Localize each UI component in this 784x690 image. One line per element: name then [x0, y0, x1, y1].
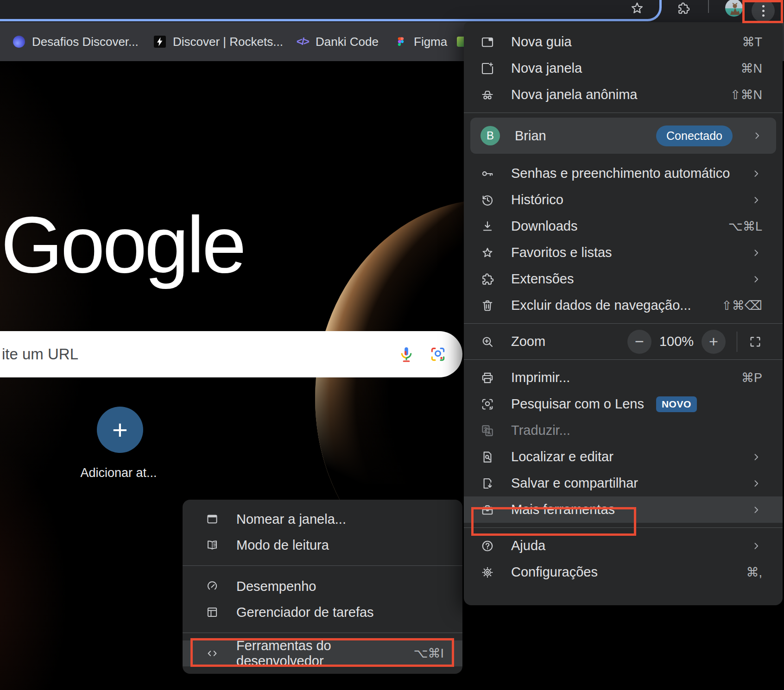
- menu-item-zoom: Zoom − 100% +: [464, 328, 783, 355]
- chevron-right-icon: [750, 194, 762, 206]
- menu-item-desempenho[interactable]: Desempenho: [183, 573, 462, 599]
- printer-icon: [481, 371, 494, 385]
- highlight-box-kebab: [742, 0, 783, 23]
- omnibox-focus-ring-corner: [636, 0, 662, 21]
- menu-item-ajuda[interactable]: Ajuda: [464, 533, 783, 559]
- bookmark-item[interactable]: Desafios Discover...: [13, 22, 139, 61]
- menu-item-shortcut: ⌘P: [741, 370, 762, 385]
- menu-item-label: Traduzir...: [511, 423, 570, 438]
- translate-icon: [481, 424, 494, 438]
- chevron-right-icon: [750, 504, 762, 516]
- figma-favicon: [395, 36, 407, 48]
- extensions-icon: [481, 272, 494, 286]
- zoom-icon: [481, 335, 494, 349]
- menu-item-label: Extensões: [511, 271, 574, 287]
- menu-item-label: Pesquisar com o Lens: [511, 396, 644, 412]
- menu-item-extensoes[interactable]: Extensões: [464, 266, 783, 292]
- add-shortcut-button[interactable]: +: [97, 407, 143, 453]
- menu-item-gerenciador-tarefas[interactable]: Gerenciador de tarefas: [183, 599, 462, 625]
- bookmark-label: Discover | Rockets...: [173, 35, 283, 49]
- menu-separator: [464, 323, 783, 324]
- lens-icon: [481, 397, 494, 411]
- menu-item-label: Salvar e compartilhar: [511, 476, 638, 491]
- menu-item-label: Nova janela anônima: [511, 87, 637, 102]
- menu-item-label: Zoom: [511, 334, 545, 349]
- history-icon: [481, 193, 494, 207]
- chevron-right-icon: [750, 247, 762, 259]
- menu-item-senhas[interactable]: Senhas e preenchimento automático: [464, 160, 783, 187]
- menu-item-label: Imprimir...: [511, 370, 570, 385]
- bookmark-item[interactable]: </> Danki Code: [297, 22, 379, 61]
- chevron-right-icon: [750, 540, 762, 552]
- toolbar-divider: [708, 0, 709, 13]
- new-tab-icon: [481, 35, 494, 49]
- menu-item-label: Desempenho: [236, 579, 316, 594]
- bookmark-item[interactable]: Figma: [395, 22, 447, 61]
- menu-item-pesquisar-lens[interactable]: Pesquisar com o Lens NOVO: [464, 391, 783, 417]
- plus-icon: +: [112, 416, 128, 443]
- download-icon: [481, 220, 494, 233]
- search-placeholder: ite um URL: [2, 345, 78, 363]
- incognito-icon: [481, 88, 494, 102]
- menu-item-salvar[interactable]: Salvar e compartilhar: [464, 470, 783, 496]
- menu-item-shortcut: ⌥⌘L: [728, 219, 762, 234]
- gear-icon: [481, 565, 494, 579]
- reading-mode-icon: [206, 539, 219, 552]
- performance-icon: [206, 580, 219, 593]
- find-in-page-icon: [481, 450, 494, 464]
- menu-item-label: Gerenciador de tarefas: [236, 605, 374, 620]
- menu-item-localizar[interactable]: Localizar e editar: [464, 444, 783, 470]
- menu-separator: [464, 359, 783, 360]
- highlight-box-mais-ferramentas: [471, 507, 636, 536]
- bookmark-item[interactable]: Discover | Rockets...: [154, 22, 283, 61]
- menu-item-label: Nomear a janela...: [236, 512, 346, 527]
- chrome-main-menu: Nova guia ⌘T Nova janela ⌘N Nova janela …: [464, 22, 783, 605]
- profile-avatar[interactable]: [725, 0, 743, 17]
- fullscreen-icon[interactable]: [748, 335, 762, 349]
- search-input[interactable]: ite um URL: [0, 331, 462, 377]
- zoom-out-button[interactable]: −: [627, 330, 651, 354]
- connected-badge: Conectado: [656, 125, 733, 146]
- menu-item-label: Downloads: [511, 219, 577, 234]
- extensions-puzzle-icon[interactable]: [677, 1, 690, 15]
- bookmark-label: Desafios Discover...: [32, 35, 139, 49]
- avatar: B: [481, 126, 500, 145]
- profile-row[interactable]: B Brian Conectado: [470, 118, 776, 154]
- menu-item-downloads[interactable]: Downloads ⌥⌘L: [464, 213, 783, 239]
- menu-item-shortcut: ⌘N: [741, 61, 763, 76]
- bookmark-label: Figma: [414, 35, 447, 49]
- menu-separator: [183, 633, 462, 633]
- menu-item-favoritos[interactable]: Favoritos e listas: [464, 239, 783, 266]
- menu-item-nova-guia[interactable]: Nova guia ⌘T: [464, 29, 783, 55]
- menu-item-excluir-dados[interactable]: Excluir dados de navegação... ⇧⌘⌫: [464, 292, 783, 319]
- menu-item-nova-janela-anonima[interactable]: Nova janela anônima ⇧⌘N: [464, 82, 783, 108]
- menu-item-historico[interactable]: Histórico: [464, 187, 783, 213]
- menu-item-label: Senhas e preenchimento automático: [511, 166, 730, 181]
- lens-icon[interactable]: [429, 345, 447, 363]
- menu-item-modo-leitura[interactable]: Modo de leitura: [183, 532, 462, 558]
- mic-icon[interactable]: [398, 345, 415, 363]
- chevron-right-icon: [751, 130, 763, 142]
- task-manager-icon: [206, 606, 219, 619]
- menu-item-shortcut: ⇧⌘N: [730, 88, 762, 102]
- menu-item-nomear-janela[interactable]: Nomear a janela...: [183, 506, 462, 532]
- bolt-favicon: [154, 36, 166, 48]
- browser-toolbar: [0, 0, 784, 22]
- menu-item-label: Nova janela: [511, 61, 582, 76]
- menu-item-label: Favoritos e listas: [511, 245, 612, 260]
- menu-item-shortcut: ⇧⌘⌫: [721, 298, 762, 313]
- menu-separator: [183, 565, 462, 566]
- menu-item-imprimir[interactable]: Imprimir... ⌘P: [464, 364, 783, 391]
- zoom-in-button[interactable]: +: [702, 330, 726, 354]
- zoom-divider: [737, 332, 737, 352]
- menu-item-label: Nova guia: [511, 34, 572, 50]
- code-favicon: </>: [297, 36, 309, 48]
- menu-item-label: Histórico: [511, 192, 563, 207]
- star-icon: [481, 246, 494, 260]
- google-logo: Google: [1, 205, 244, 284]
- profile-name: Brian: [515, 128, 546, 144]
- chevron-right-icon: [750, 273, 762, 285]
- menu-item-label: Configurações: [511, 565, 598, 580]
- menu-item-configuracoes[interactable]: Configurações ⌘,: [464, 559, 783, 585]
- menu-item-nova-janela[interactable]: Nova janela ⌘N: [464, 55, 783, 82]
